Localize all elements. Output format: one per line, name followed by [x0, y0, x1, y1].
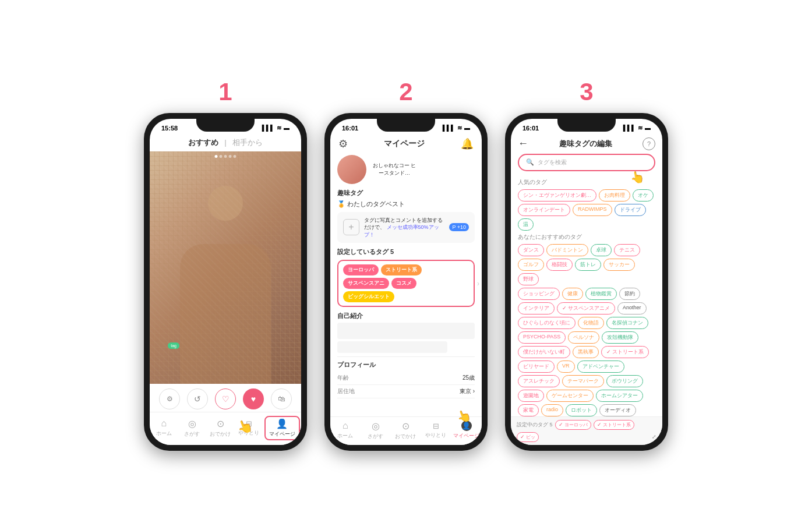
tag-audio[interactable]: オーディオ: [599, 404, 636, 416]
refresh-btn[interactable]: ↺: [187, 388, 208, 409]
tag-radwimps[interactable]: RADWIMPS: [573, 204, 612, 216]
tag-bowling[interactable]: ボウリング: [606, 375, 643, 387]
bar-tag-europe[interactable]: ✓ ヨーロッパ: [555, 420, 591, 430]
tag-ghost[interactable]: 攻殻機動隊: [602, 331, 638, 344]
tag-dance[interactable]: ダンス: [518, 244, 544, 256]
tag-psycho[interactable]: PSYCHO-PASS: [518, 331, 566, 344]
rec-row-11: 家電 radio ロボット オーディオ: [518, 404, 655, 416]
tag-kaden[interactable]: 家電: [518, 404, 539, 416]
tag-online-date[interactable]: オンラインデート: [518, 204, 570, 216]
bag-btn[interactable]: 🛍: [271, 388, 292, 409]
tag-bokudake[interactable]: 僕だけがいない町: [518, 346, 570, 358]
tag-conan[interactable]: 名探偵コナン: [606, 317, 648, 329]
nav-mypage[interactable]: 👤 マイページ: [264, 416, 300, 440]
promo-box[interactable]: + タグに写真とコメントを追加するだけで、 メッセ成功率50%アップ！ P +1…: [337, 212, 475, 243]
tag-oke[interactable]: オケ: [633, 189, 654, 202]
jiko-title: 自己紹介: [337, 312, 475, 320]
promo-plus: +: [343, 219, 359, 235]
nav-search[interactable]: ◎ さがす: [179, 418, 205, 438]
search-box[interactable]: 🔍 タグを検索: [518, 154, 655, 171]
check-europe: ✓: [559, 422, 563, 427]
tag-suspense[interactable]: サスペンスアニ: [343, 278, 389, 289]
tag-plants[interactable]: 植物鑑賞: [585, 288, 617, 300]
tag-gym[interactable]: 筋トレ: [575, 259, 601, 271]
tag-best-row: 🏅 わたしのタグベスト: [337, 200, 475, 209]
tag-bakemonogatari[interactable]: 化物語: [578, 317, 604, 329]
jiko-section: 自己紹介: [337, 312, 475, 353]
tag-athletic[interactable]: アスレチック: [518, 375, 560, 387]
tag-cosme[interactable]: コスメ: [391, 278, 416, 289]
tags-box[interactable]: ヨーロッパ ストリート系 サスペンスアニ コスメ ビッグシルエット ›: [337, 260, 475, 307]
tag-suspense-anime[interactable]: ✓ サスペンスアニメ: [557, 302, 615, 315]
tag-meat[interactable]: お肉料理: [599, 189, 630, 202]
battery-icon: ▬: [284, 125, 290, 131]
like-btn[interactable]: ♥: [243, 388, 264, 409]
nav-outing-2[interactable]: ⊙ おでかけ: [393, 421, 418, 440]
nav-home[interactable]: ⌂ ホーム: [151, 418, 176, 437]
profile-row-age: 年齢 25歳: [337, 372, 475, 385]
tag-vr[interactable]: VR: [557, 361, 575, 373]
tag-amusement[interactable]: 遊園地: [518, 390, 544, 402]
tag-drive[interactable]: ドライブ: [615, 204, 646, 216]
home-icon-2: ⌂: [343, 421, 348, 431]
tag-robot[interactable]: ロボット: [566, 404, 597, 416]
help-button[interactable]: ?: [642, 137, 655, 150]
nav-mypage-2[interactable]: 👤 マイページ: [453, 421, 479, 440]
dot-2: [220, 155, 223, 158]
bar-tag-street[interactable]: ✓ ストリート系: [594, 420, 634, 430]
nav-search-2[interactable]: ◎ さがす: [363, 421, 389, 440]
profile-image-area[interactable]: tag: [150, 151, 301, 384]
tag-soccer[interactable]: サッカー: [603, 259, 635, 271]
tag-save[interactable]: 節約: [619, 288, 640, 300]
tag-billiard[interactable]: ビリヤード: [518, 361, 555, 373]
dot-1: [215, 155, 218, 158]
nav-home-2[interactable]: ⌂ ホーム: [333, 421, 358, 440]
tag-persona[interactable]: ペルソナ: [568, 331, 599, 344]
tag-golf[interactable]: ゴルフ: [518, 259, 544, 271]
tag-another[interactable]: Another: [617, 302, 647, 315]
settings-icon[interactable]: ⚙: [338, 137, 348, 150]
rec-row-2: ゴルフ 格闘技 筋トレ サッカー 野球: [518, 259, 655, 285]
tag-tennis[interactable]: テニス: [614, 244, 640, 256]
back-button[interactable]: ←: [518, 137, 528, 150]
nav-chat-2[interactable]: ⊟ やりとり: [423, 422, 449, 439]
status-icons-3: ▌▌▌ ≋ ▬: [623, 125, 651, 131]
bell-icon[interactable]: 🔔: [461, 137, 474, 150]
tag-big-silhouette[interactable]: ビッグシルエット: [343, 291, 394, 302]
tag-onsen[interactable]: 温: [518, 218, 534, 231]
promo-badge: P +10: [449, 223, 469, 231]
tag-tabletennis[interactable]: 卓球: [591, 244, 612, 256]
tag-baseball[interactable]: 野球: [518, 273, 539, 285]
expand-icon[interactable]: ⤢: [652, 434, 656, 440]
tag-martial[interactable]: 格闘技: [546, 259, 573, 271]
tag-themepark[interactable]: テーマパーク: [562, 375, 604, 387]
tag-street[interactable]: ストリート系: [381, 264, 422, 275]
tag-radio[interactable]: radio: [541, 404, 563, 416]
tag-higurashi[interactable]: ひぐらしのなく頃に: [518, 317, 576, 329]
tag-badminton[interactable]: バドミントン: [546, 244, 588, 256]
tag-kuro[interactable]: 黒執事: [573, 346, 599, 358]
tag-street-rec[interactable]: ✓ ストリート系: [601, 346, 649, 358]
tag-health[interactable]: 健康: [562, 288, 583, 300]
popular-tags-row: シン・エヴァンゲリオン劇… お肉料理 オケ: [518, 189, 655, 202]
tag-eva[interactable]: シン・エヴァンゲリオン劇…: [518, 189, 596, 202]
signal-icon-2: ▌▌▌: [443, 125, 455, 131]
tag-hometheater[interactable]: ホームシアター: [596, 390, 643, 402]
nav-outing[interactable]: ⊙ おでかけ: [207, 418, 233, 438]
bar-tag-big[interactable]: ✓ ビッ: [517, 432, 539, 442]
tag-gamecenter[interactable]: ゲームセンター: [546, 390, 594, 402]
age-value: 25歳: [463, 374, 475, 382]
tag-interior[interactable]: インテリア: [518, 302, 555, 315]
favorite-btn[interactable]: ♡: [215, 388, 236, 409]
filter-btn[interactable]: ⚙: [159, 388, 180, 409]
home-icon: ⌂: [161, 418, 167, 429]
rec-row-10: 遊園地 ゲームセンター ホームシアター: [518, 390, 655, 402]
mypage-icon: 👤: [276, 418, 288, 429]
tag-shopping[interactable]: ショッピング: [518, 288, 560, 300]
image-tag-badge: tag: [168, 342, 179, 349]
tag-europe[interactable]: ヨーロッパ: [343, 264, 379, 275]
notch-3: [557, 119, 616, 132]
phone-2-screen: 16:01 ▌▌▌ ≋ ▬ ⚙ マイページ 🔔 おしゃ: [330, 119, 482, 445]
tag-adventure[interactable]: アドベンチャー: [577, 361, 624, 373]
signal-icon: ▌▌▌: [262, 125, 274, 131]
